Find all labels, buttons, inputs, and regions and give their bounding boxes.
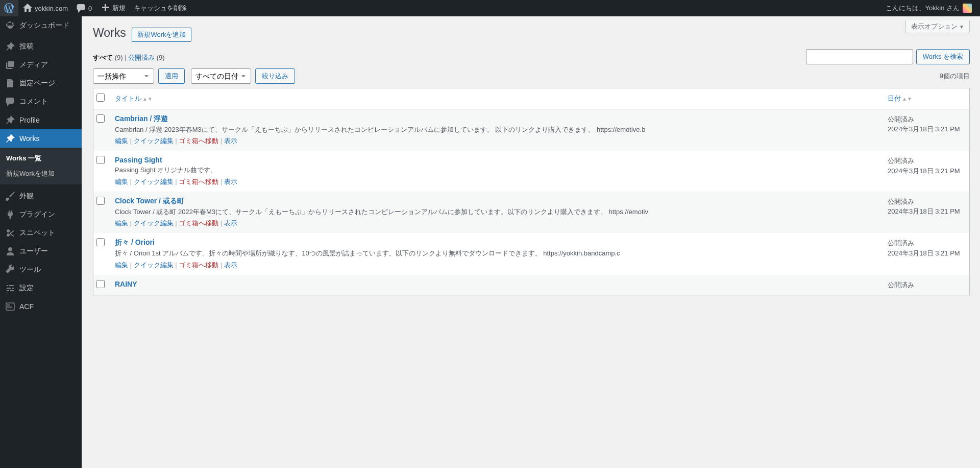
search-input[interactable] <box>806 49 913 64</box>
menu-dashboard[interactable]: ダッシュボード <box>0 16 82 35</box>
avatar <box>963 4 972 13</box>
add-new-button[interactable]: 新規Workを追加 <box>132 28 191 42</box>
action-view[interactable]: 表示 <box>224 219 237 227</box>
row-title[interactable]: Cambrian / 浮遊 <box>115 114 168 123</box>
purge-cache[interactable]: キャッシュを削除 <box>130 0 191 16</box>
page-title: Works <box>93 21 126 42</box>
table-row: 折々 / Oriori 折々 / Oriori 1st アルバムです。折々の時間… <box>93 233 969 275</box>
menu-snippets[interactable]: スニペット <box>0 224 82 242</box>
howdy-label: こんにちは、Yokkin さん <box>886 4 960 13</box>
table-row: RAINY 公開済み <box>93 275 969 295</box>
row-status: 公開済み <box>888 157 914 165</box>
filter-published[interactable]: 公開済み (9) <box>128 54 165 61</box>
action-quick-edit[interactable]: クイック編集 <box>134 219 174 227</box>
action-view[interactable]: 表示 <box>224 137 237 145</box>
menu-posts[interactable]: 投稿 <box>0 37 82 56</box>
menu-comments-label: コメント <box>19 97 48 106</box>
date-filter-select[interactable]: すべての日付 <box>191 68 251 84</box>
apply-label: 適用 <box>165 72 178 80</box>
row-excerpt: Passing Sight オリジナル曲です。 <box>115 165 877 175</box>
search-button[interactable]: Works を検索 <box>916 49 970 64</box>
media-icon <box>5 60 15 70</box>
action-trash[interactable]: ゴミ箱へ移動 <box>179 178 218 185</box>
action-edit[interactable]: 編集 <box>115 219 128 227</box>
table-row: Passing Sight Passing Sight オリジナル曲です。 編集… <box>93 151 969 192</box>
action-edit[interactable]: 編集 <box>115 137 128 145</box>
menu-settings[interactable]: 設定 <box>0 279 82 295</box>
action-view[interactable]: 表示 <box>224 261 237 269</box>
menu-posts-label: 投稿 <box>19 42 34 51</box>
column-date-label: 日付 <box>888 95 901 102</box>
filter-label: 絞り込み <box>262 72 288 80</box>
my-account[interactable]: こんにちは、Yokkin さん <box>881 0 976 16</box>
column-title-label: タイトル <box>115 95 141 102</box>
action-trash[interactable]: ゴミ箱へ移動 <box>179 219 218 227</box>
filter-all-label: すべて <box>93 54 113 61</box>
row-date: 2024年3月18日 3:21 PM <box>888 207 960 215</box>
page-icon <box>5 78 15 88</box>
row-title[interactable]: 折々 / Oriori <box>115 238 155 246</box>
menu-pages-label: 固定ページ <box>19 79 55 88</box>
new-content[interactable]: 新規 <box>96 0 130 16</box>
row-status: 公開済み <box>888 115 914 123</box>
wp-logo[interactable] <box>0 0 18 16</box>
submenu-works-new[interactable]: 新規Workを追加 <box>0 166 82 181</box>
filter-all[interactable]: すべて (9) <box>93 54 123 61</box>
menu-pages[interactable]: 固定ページ <box>0 74 82 92</box>
menu-profile[interactable]: Profile <box>0 111 82 129</box>
row-checkbox[interactable] <box>96 197 105 205</box>
row-title[interactable]: Clock Tower / 或る町 <box>115 197 184 205</box>
menu-works-label: Works <box>19 134 39 143</box>
menu-plugins[interactable]: プラグイン <box>0 205 82 224</box>
row-date: 2024年3月18日 3:21 PM <box>888 125 960 133</box>
select-all-checkbox[interactable] <box>96 93 105 102</box>
action-view[interactable]: 表示 <box>224 178 237 185</box>
search-button-label: Works を検索 <box>923 53 963 60</box>
menu-profile-label: Profile <box>19 116 40 124</box>
sliders-icon <box>5 283 15 293</box>
row-title[interactable]: RAINY <box>115 280 137 288</box>
row-date: 2024年3月18日 3:21 PM <box>888 249 960 257</box>
apply-button[interactable]: 適用 <box>158 68 185 84</box>
menu-tools[interactable]: ツール <box>0 261 82 279</box>
row-date: 2024年3月18日 3:21 PM <box>888 167 960 175</box>
filter-published-label: 公開済み <box>128 54 155 61</box>
menu-plugins-label: プラグイン <box>19 210 55 219</box>
action-edit[interactable]: 編集 <box>115 178 128 185</box>
menu-tools-label: ツール <box>19 265 41 274</box>
row-checkbox[interactable] <box>96 280 105 288</box>
menu-appearance[interactable]: 外観 <box>0 187 82 205</box>
row-title[interactable]: Passing Sight <box>115 156 162 164</box>
action-quick-edit[interactable]: クイック編集 <box>134 137 174 145</box>
action-edit[interactable]: 編集 <box>115 261 128 269</box>
action-trash[interactable]: ゴミ箱へ移動 <box>179 137 218 145</box>
items-count: 9個の項目 <box>940 72 970 81</box>
menu-comments[interactable]: コメント <box>0 92 82 111</box>
screen-options-toggle[interactable]: 表示オプション <box>905 20 970 33</box>
screen-options-label: 表示オプション <box>911 22 958 30</box>
submenu-works-list-label: Works 一覧 <box>6 154 41 163</box>
row-checkbox[interactable] <box>96 156 105 164</box>
action-quick-edit[interactable]: クイック編集 <box>134 261 174 269</box>
menu-dashboard-label: ダッシュボード <box>19 21 69 30</box>
row-checkbox[interactable] <box>96 114 105 123</box>
menu-users[interactable]: ユーザー <box>0 242 82 261</box>
submenu-works-list[interactable]: Works 一覧 <box>0 151 82 166</box>
column-date[interactable]: 日付▲▼ <box>888 95 912 102</box>
sort-desc-icon: ▲▼ <box>902 96 912 102</box>
column-title[interactable]: タイトル▲▼ <box>115 95 153 102</box>
action-quick-edit[interactable]: クイック編集 <box>134 178 174 185</box>
scissors-icon <box>5 228 15 238</box>
filter-button[interactable]: 絞り込み <box>255 68 295 84</box>
comments-link[interactable]: 0 <box>72 0 96 16</box>
sort-icon: ▲▼ <box>142 96 153 102</box>
row-status: 公開済み <box>888 281 914 289</box>
comments-count: 0 <box>88 5 92 12</box>
menu-works[interactable]: Works <box>0 129 82 148</box>
row-checkbox[interactable] <box>96 238 105 246</box>
site-name[interactable]: yokkin.com <box>18 0 72 16</box>
works-table: タイトル▲▼ 日付▲▼ Cambrian / 浮遊 Cambrian / 浮遊 … <box>93 88 970 295</box>
bulk-action-select[interactable]: 一括操作 <box>93 68 154 84</box>
action-trash[interactable]: ゴミ箱へ移動 <box>179 261 218 269</box>
menu-media[interactable]: メディア <box>0 56 82 74</box>
